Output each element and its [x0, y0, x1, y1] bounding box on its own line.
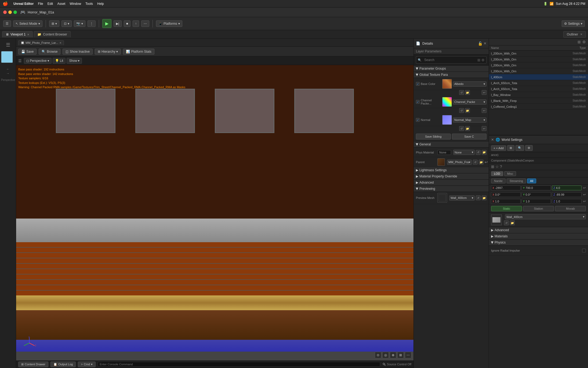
perspective-dropdown[interactable]: ◻ Perspective ▾ — [24, 58, 52, 64]
mesh-name-dropdown[interactable]: Wall_400cm ▾ — [505, 214, 586, 219]
left-panel-toggle[interactable]: ☰ — [1, 41, 15, 49]
mesh-browse[interactable]: 📁 — [510, 220, 515, 225]
phys-reset[interactable]: ↺ — [476, 150, 481, 155]
channel-browse[interactable]: 📁 — [465, 108, 470, 113]
menu-edit[interactable]: Edit — [45, 1, 55, 6]
console-input[interactable] — [98, 362, 380, 367]
left-controls[interactable]: ← → — [1, 66, 15, 76]
channel-packed-dropdown[interactable]: Channel_Packe ▾ — [453, 99, 487, 105]
viewport-canvas[interactable]: Base pass shader: 192 instructions Base … — [16, 65, 413, 360]
platform-stats-button[interactable]: 📊 Platform Stats — [123, 49, 154, 55]
search-filter-icon[interactable]: ⚙ — [481, 58, 485, 62]
channel-reset2[interactable]: ↩ — [482, 108, 487, 113]
all-tab[interactable]: All — [527, 178, 536, 183]
mesh-reset[interactable]: ↺ — [504, 220, 509, 225]
star-icon[interactable]: ☆ — [495, 165, 499, 169]
outliner-close[interactable]: ✕ — [580, 33, 582, 36]
outliner-item-7[interactable]: l_Bay_Window StaticMesh — [489, 92, 588, 98]
outliner-settings-icon[interactable]: ⊞ — [578, 40, 581, 44]
ws-blueprint-button[interactable]: ⊞ — [507, 145, 514, 151]
preview-mesh-dropdown[interactable]: Wall_400cm ▾ — [449, 195, 475, 201]
viewport-tab-close[interactable]: ✕ — [27, 33, 29, 36]
grid-snap-button[interactable]: ⊡ ▾ — [61, 20, 72, 27]
extra-options-button[interactable]: ⋯ — [141, 20, 149, 27]
camera-button[interactable]: 📷 ▾ — [74, 20, 85, 27]
scale-z-field[interactable]: Z 1.0 — [552, 199, 582, 204]
physics-sub-header[interactable]: ▶ Physics — [489, 240, 588, 246]
outliner-item-2[interactable]: l_200cm_With_Orn StaticMesh — [489, 62, 588, 68]
menu-help[interactable]: Help — [95, 1, 106, 6]
previewing-section-header[interactable]: ▶ Previewing — [414, 186, 489, 192]
outliner-item-6[interactable]: l_Arch_650cm_Tota StaticMesh — [489, 86, 588, 92]
ws-gear-button[interactable]: ⚙ — [525, 145, 533, 151]
output-log-button[interactable]: 📋 Output Log — [50, 362, 76, 367]
outliner-item-4[interactable]: l_400cm StaticMesh — [489, 74, 588, 80]
advanced-sub-header[interactable]: ▶ Advanced — [489, 227, 588, 233]
save-sibling-button[interactable]: Save Sibling — [416, 134, 451, 140]
outliner-item-1[interactable]: l_200cm_With_Orn StaticMesh — [489, 56, 588, 62]
world-settings-close[interactable]: ✕ — [491, 138, 494, 142]
outliner-item-0[interactable]: l_200cm_With_Orn StaticMesh — [489, 51, 588, 56]
ignore-radial-checkbox[interactable] — [582, 249, 586, 252]
settings-button[interactable]: ⚙ Settings ▾ — [562, 20, 585, 27]
select-mode-button[interactable]: ↖ Select Mode ▾ — [13, 20, 42, 27]
menu-tools[interactable]: Tools — [83, 1, 95, 6]
stationary-button[interactable]: Station — [523, 206, 554, 211]
stop-button[interactable]: ■ — [124, 20, 130, 27]
outliner-gear-icon[interactable]: ⚙ — [582, 40, 586, 44]
viewport-ctrl-1[interactable]: ⊙ — [375, 352, 381, 358]
viewport-ctrl-4[interactable]: ⊞ — [397, 352, 404, 358]
channel-packed-check[interactable] — [416, 100, 420, 104]
parent-reset[interactable]: ↺ — [473, 160, 478, 165]
source-control-status[interactable]: 🔌 Source Control Off — [382, 363, 411, 366]
outliner-item-3[interactable]: l_200cm_With_Orn StaticMesh — [489, 68, 588, 74]
rot-z-field[interactable]: Z -89.99 — [552, 192, 582, 197]
show-inactive-button[interactable]: ◫ Show Inactive — [63, 49, 93, 55]
loc-x-field[interactable]: X -2897. — [491, 185, 521, 190]
rot-reset-arrow[interactable]: ↩ — [583, 193, 586, 196]
details-close-button[interactable]: ✕ — [484, 41, 487, 46]
help-icon[interactable]: ? — [500, 165, 502, 169]
content-drawer-button[interactable]: ⊞ Content Drawer — [18, 362, 48, 367]
viewport-ctrl-2[interactable]: ◎ — [382, 352, 389, 358]
cmd-dropdown[interactable]: > Cmd ▾ — [78, 362, 96, 367]
menu-file[interactable]: File — [36, 1, 45, 6]
loc-reset-arrow[interactable]: ↩ — [583, 186, 586, 190]
albedo-dropdown[interactable]: Albedo ▾ — [453, 81, 487, 87]
parameter-groups-header[interactable]: ▶ Parameter Groups — [414, 66, 489, 72]
outliner-item-9[interactable]: l_Coffered_Ceiling1 StaticMesh — [489, 104, 588, 110]
preview-mesh-reset[interactable]: ↺ — [476, 195, 481, 200]
normal-map-dropdown[interactable]: Normal_Map ▾ — [453, 117, 487, 123]
material-property-header[interactable]: ▶ Material Property Override — [414, 173, 489, 180]
rot-x-field[interactable]: X 0.0° — [491, 192, 521, 197]
scale-y-field[interactable]: Y 1.0 — [522, 199, 551, 204]
details-lock-icon[interactable]: 🔓 — [478, 41, 482, 46]
channel-packed-thumbnail[interactable] — [442, 97, 452, 107]
viewport-menu-icon[interactable]: ☰ — [18, 59, 22, 63]
platforms-button[interactable]: 📱 Platforms ▾ — [156, 20, 182, 27]
lit-button[interactable]: 💡 Lit — [53, 58, 66, 64]
save-c-button[interactable]: Save C — [452, 134, 487, 140]
preview-mesh-browse[interactable]: 📁 — [482, 195, 487, 200]
rot-y-field[interactable]: Y 0.0° — [522, 192, 551, 197]
add-component-button[interactable]: + + Add — [491, 145, 506, 151]
normal-reset2[interactable]: ↩ — [482, 126, 487, 131]
scale-x-field[interactable]: X 1.0 — [491, 199, 521, 204]
normal-reset[interactable]: ↺ — [459, 126, 464, 131]
static-button[interactable]: Static — [491, 206, 522, 211]
show-button[interactable]: Show ▾ — [67, 58, 82, 64]
scale-reset-arrow[interactable]: ↩ — [583, 199, 586, 203]
material-tab-active[interactable]: 🔲 MM_Photo_Frame_Lar... ✕ — [18, 40, 64, 45]
launch-button[interactable]: ↑ — [133, 20, 139, 27]
misc-tab[interactable]: Misc — [504, 171, 516, 176]
channel-reset[interactable]: ↺ — [459, 108, 464, 113]
parent-dropdown[interactable]: MM_Photo_Fra ▾ — [447, 160, 472, 165]
nanite-tab[interactable]: Nanite — [491, 178, 506, 183]
base-color-reset[interactable]: ↺ — [459, 90, 464, 95]
advanced-header[interactable]: ▶ Advanced — [414, 180, 489, 186]
base-color-reset2[interactable]: ↩ — [482, 90, 487, 95]
movable-button[interactable]: Movab — [555, 206, 586, 211]
hamburger-menu-button[interactable]: ☰ — [3, 20, 11, 27]
parent-browse[interactable]: 📁 — [479, 160, 484, 165]
minimize-button[interactable] — [8, 10, 12, 14]
